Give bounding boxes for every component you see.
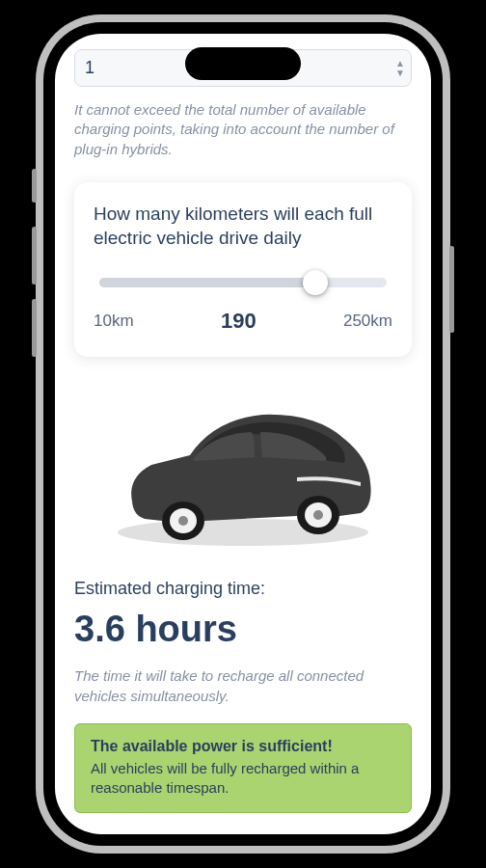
car-icon bbox=[98, 386, 388, 550]
slider-thumb[interactable] bbox=[303, 270, 328, 295]
success-body: All vehicles will be fully recharged wit… bbox=[91, 759, 395, 799]
result-value: 3.6 hours bbox=[74, 609, 412, 650]
dynamic-island bbox=[185, 47, 301, 80]
slider-card: How many kilometers will each full elect… bbox=[74, 182, 412, 357]
screen: 1 ▲ ▼ It cannot exceed the total number … bbox=[55, 34, 431, 834]
svg-point-6 bbox=[313, 510, 323, 520]
success-alert: The available power is sufficient! All v… bbox=[74, 723, 412, 813]
phone-side-button bbox=[32, 299, 37, 357]
svg-point-3 bbox=[178, 516, 188, 526]
vehicle-count-value: 1 bbox=[85, 58, 94, 77]
distance-slider[interactable] bbox=[99, 278, 387, 287]
success-title: The available power is sufficient! bbox=[91, 738, 395, 755]
stepper-up-icon[interactable]: ▲ bbox=[395, 60, 405, 68]
phone-side-button bbox=[32, 169, 37, 203]
phone-side-button bbox=[449, 246, 454, 333]
result-caption: The time it will take to recharge all co… bbox=[74, 665, 412, 706]
phone-side-button bbox=[32, 227, 37, 285]
input-hint-text: It cannot exceed the total number of ava… bbox=[74, 100, 412, 159]
slider-question: How many kilometers will each full elect… bbox=[94, 202, 392, 251]
number-stepper[interactable]: ▲ ▼ bbox=[395, 60, 405, 77]
result-label: Estimated charging time: bbox=[74, 579, 412, 599]
slider-min-label: 10km bbox=[94, 312, 134, 331]
stepper-down-icon[interactable]: ▼ bbox=[395, 69, 405, 77]
slider-max-label: 250km bbox=[343, 312, 392, 331]
car-illustration bbox=[74, 386, 412, 550]
slider-value: 190 bbox=[221, 309, 256, 334]
phone-inner-frame: 1 ▲ ▼ It cannot exceed the total number … bbox=[43, 22, 443, 846]
phone-frame: 1 ▲ ▼ It cannot exceed the total number … bbox=[36, 14, 450, 854]
app-content: 1 ▲ ▼ It cannot exceed the total number … bbox=[55, 34, 431, 834]
slider-labels: 10km 190 250km bbox=[94, 309, 392, 334]
slider-fill bbox=[99, 278, 315, 287]
